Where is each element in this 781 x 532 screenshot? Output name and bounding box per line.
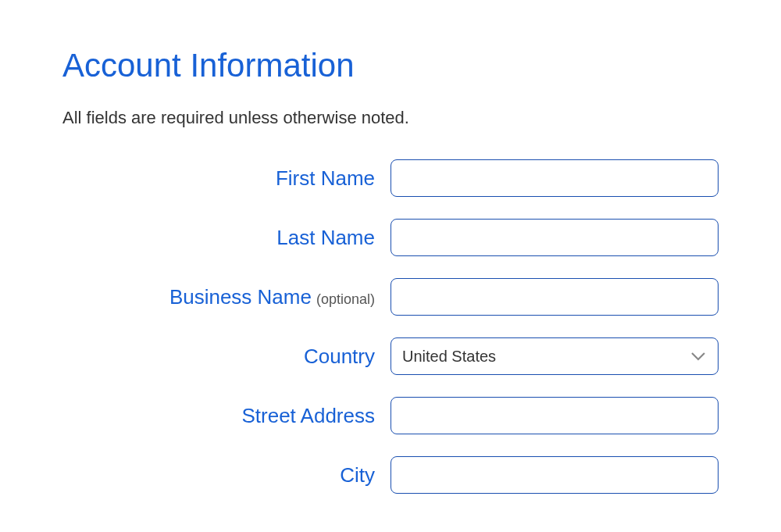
page-title: Account Information [62, 47, 719, 84]
form-row-first-name: First Name [62, 159, 719, 197]
business-name-hint: (optional) [316, 291, 375, 308]
label-wrap: City [62, 463, 375, 487]
country-select-wrap: United States [390, 337, 719, 375]
label-wrap: Street Address [62, 404, 375, 428]
form-row-city: City [62, 456, 719, 494]
first-name-input[interactable] [390, 159, 719, 197]
form-row-business-name: Business Name (optional) [62, 278, 719, 316]
label-wrap: Last Name [62, 226, 375, 250]
street-address-label: Street Address [241, 404, 375, 428]
label-wrap: First Name [62, 166, 375, 191]
country-label: Country [304, 345, 375, 369]
city-label: City [340, 463, 375, 487]
street-address-input[interactable] [390, 397, 719, 434]
first-name-label: First Name [276, 166, 375, 191]
city-input[interactable] [390, 456, 719, 494]
country-select[interactable]: United States [390, 337, 719, 375]
form-row-country: Country United States [62, 337, 719, 375]
form-row-last-name: Last Name [62, 219, 719, 256]
business-name-input[interactable] [390, 278, 719, 316]
page-subtitle: All fields are required unless otherwise… [62, 108, 719, 128]
account-form: First Name Last Name Business Name (opti… [62, 159, 719, 494]
last-name-label: Last Name [276, 226, 375, 250]
business-name-label: Business Name [169, 285, 312, 309]
last-name-input[interactable] [390, 219, 719, 256]
form-row-street-address: Street Address [62, 397, 719, 434]
label-wrap: Country [62, 345, 375, 369]
label-wrap: Business Name (optional) [62, 285, 375, 309]
